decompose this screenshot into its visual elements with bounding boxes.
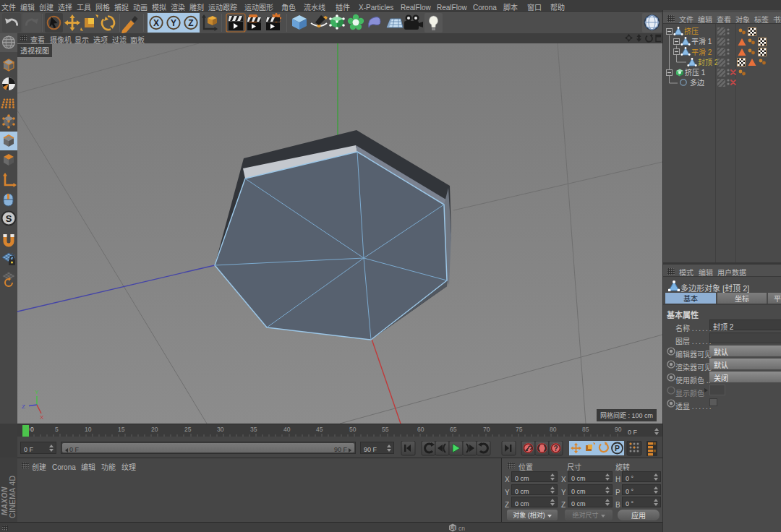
svg-text:55: 55 (382, 424, 389, 433)
svg-text:85: 85 (582, 424, 589, 433)
svg-text:Y: Y (171, 16, 176, 28)
svg-text:70: 70 (483, 424, 490, 433)
svg-text:cn: cn (458, 523, 465, 532)
svg-text:50: 50 (349, 424, 357, 433)
svg-text:90: 90 (615, 424, 622, 433)
svg-text:25: 25 (184, 424, 192, 433)
svg-text:75: 75 (516, 424, 523, 433)
svg-text:45: 45 (316, 424, 323, 433)
svg-text:35: 35 (250, 424, 257, 433)
svg-text:Z: Z (22, 402, 25, 410)
svg-text:挤压: 挤压 (684, 25, 699, 36)
svg-text:P: P (615, 442, 620, 453)
svg-text:X: X (153, 16, 159, 28)
svg-text:65: 65 (450, 424, 457, 433)
svg-text:40: 40 (283, 424, 291, 433)
svg-text:80: 80 (550, 424, 557, 433)
svg-text:多边: 多边 (690, 77, 704, 87)
svg-text:?: ? (553, 442, 558, 453)
svg-text:挤压 1: 挤压 1 (685, 66, 706, 77)
svg-text:UI: UI (450, 523, 456, 531)
svg-text:平滑 2: 平滑 2 (691, 46, 712, 57)
svg-text:15: 15 (118, 424, 125, 433)
svg-text:Y: Y (35, 387, 39, 395)
svg-text:封顶 2: 封顶 2 (698, 56, 719, 67)
svg-text:60: 60 (417, 424, 424, 433)
svg-text:5: 5 (55, 424, 59, 433)
svg-text:X: X (40, 413, 44, 421)
svg-text:0: 0 (30, 424, 34, 433)
svg-text:20: 20 (151, 424, 158, 433)
svg-text:S: S (6, 211, 12, 225)
svg-text:平滑 1: 平滑 1 (691, 35, 712, 46)
svg-text:Z: Z (188, 16, 193, 28)
svg-text:30: 30 (217, 424, 224, 433)
svg-text:10: 10 (85, 424, 92, 433)
